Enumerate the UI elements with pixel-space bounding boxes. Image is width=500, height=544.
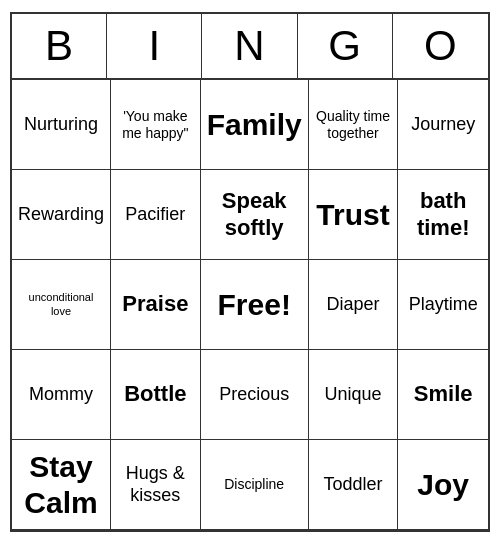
bingo-header-letter: G [298,14,393,78]
bingo-cell-text: bath time! [404,188,482,241]
bingo-cell: Discipline [201,440,309,530]
bingo-cell: Smile [398,350,488,440]
bingo-cell-text: Free! [218,287,291,323]
bingo-cell: Precious [201,350,309,440]
bingo-cell-text: Praise [122,291,188,317]
bingo-cell-text: unconditional love [18,291,104,317]
bingo-cell: Stay Calm [12,440,111,530]
bingo-cell-text: Discipline [224,476,284,493]
bingo-cell: Nurturing [12,80,111,170]
bingo-cell: Trust [309,170,399,260]
bingo-cell-text: Hugs & kisses [117,463,194,506]
bingo-cell-text: 'You make me happy" [117,108,194,142]
bingo-cell: bath time! [398,170,488,260]
bingo-header-letter: N [202,14,297,78]
bingo-cell-text: Bottle [124,381,186,407]
bingo-cell-text: Trust [316,197,389,233]
bingo-cell: Family [201,80,309,170]
bingo-header-letter: O [393,14,488,78]
bingo-cell: Joy [398,440,488,530]
bingo-cell: Praise [111,260,201,350]
bingo-cell: Rewarding [12,170,111,260]
bingo-cell: Unique [309,350,399,440]
bingo-cell-text: Mommy [29,384,93,406]
bingo-cell: Mommy [12,350,111,440]
bingo-cell-text: Unique [325,384,382,406]
bingo-cell-text: Diaper [327,294,380,316]
bingo-cell: Toddler [309,440,399,530]
bingo-cell-text: Speak softly [207,188,302,241]
bingo-cell: Free! [201,260,309,350]
bingo-cell-text: Journey [411,114,475,136]
bingo-cell: Playtime [398,260,488,350]
bingo-cell-text: Smile [414,381,473,407]
bingo-cell: Speak softly [201,170,309,260]
bingo-cell-text: Joy [417,467,469,503]
bingo-cell-text: Playtime [409,294,478,316]
bingo-cell-text: Toddler [324,474,383,496]
bingo-header-letter: B [12,14,107,78]
bingo-cell: Bottle [111,350,201,440]
bingo-header-letter: I [107,14,202,78]
bingo-grid: Nurturing'You make me happy"FamilyQualit… [12,80,488,530]
bingo-cell-text: Stay Calm [18,449,104,521]
bingo-cell-text: Quality time together [315,108,392,142]
bingo-cell: 'You make me happy" [111,80,201,170]
bingo-cell-text: Nurturing [24,114,98,136]
bingo-cell: Hugs & kisses [111,440,201,530]
bingo-cell-text: Family [207,107,302,143]
bingo-cell-text: Precious [219,384,289,406]
bingo-cell-text: Pacifier [125,204,185,226]
bingo-card: BINGO Nurturing'You make me happy"Family… [10,12,490,532]
bingo-cell: unconditional love [12,260,111,350]
bingo-cell: Journey [398,80,488,170]
bingo-cell: Pacifier [111,170,201,260]
bingo-cell: Diaper [309,260,399,350]
bingo-cell: Quality time together [309,80,399,170]
bingo-cell-text: Rewarding [18,204,104,226]
bingo-header: BINGO [12,14,488,80]
